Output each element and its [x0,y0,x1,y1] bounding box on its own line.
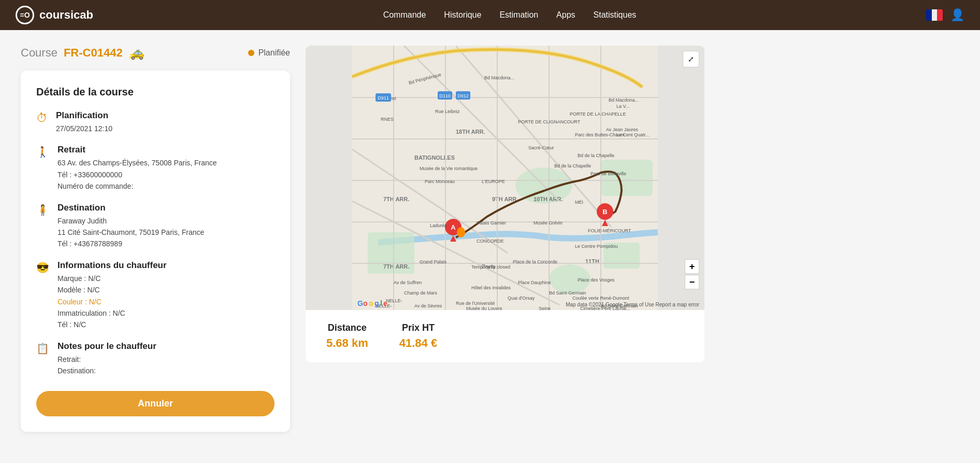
svg-text:D110: D110 [439,93,451,99]
svg-text:D911: D911 [378,95,389,101]
logo: =O coursicab [16,6,93,24]
status-label: Planifiée [258,48,290,58]
svg-text:Place de la Concorde: Place de la Concorde [513,259,557,264]
svg-text:Palais Garnier: Palais Garnier [477,220,506,226]
distance-value: 5.68 km [326,336,368,350]
svg-text:Seine: Seine [539,306,551,310]
left-panel: Course FR-C01442 🚕 Planifiée Détails de … [21,46,290,432]
svg-text:Av de Sèvres: Av de Sèvres [414,303,442,308]
nav-historique[interactable]: Historique [444,10,481,20]
destination-content: Destination Faraway Judith 11 Cité Saint… [57,203,204,250]
svg-text:e: e [383,299,387,307]
map-zoom-plus-button[interactable]: + [685,259,699,274]
svg-text:o: o [369,299,373,307]
clock-icon: ⏱ [36,111,48,134]
svg-text:18TH ARR.: 18TH ARR. [456,129,485,135]
user-menu-icon[interactable]: 👤 [950,8,964,22]
svg-text:Bd Saint-Germain: Bd Saint-Germain [549,290,586,296]
map-svg: 7TH ARR. BATIGNOLLES 18TH ARR. 9TH ARR. … [306,46,704,310]
destination-icon: 🧍 [36,204,49,250]
prix-label: Prix HT [399,322,437,333]
svg-text:Grand Palais: Grand Palais [420,259,447,264]
map-zoom-minus-button[interactable]: − [685,275,699,289]
svg-text:Rue Leibniz: Rue Leibniz [435,109,460,114]
notes-destination: Destination: [57,365,156,376]
planification-section: ⏱ Planification 27/05/2021 12:10 [36,110,275,134]
svg-text:Musée du Louvre: Musée du Louvre [466,306,502,310]
chauffeur-content: Informations du chauffeur Marque : N/C M… [57,260,167,331]
svg-text:Bd Macdona...: Bd Macdona... [484,75,514,80]
nav-commande[interactable]: Commande [383,10,426,20]
prix-value: 41.84 € [399,336,437,350]
svg-rect-6 [601,160,653,196]
svg-text:l: l [380,299,382,307]
header: =O coursicab Commande Historique Estimat… [0,0,980,30]
svg-text:Place Dauphine: Place Dauphine [518,280,551,285]
svg-text:B: B [602,208,607,216]
svg-text:Musée Grévin: Musée Grévin [534,220,563,226]
chauffeur-immatriculation: Immatriculation : N/C [57,307,167,319]
nav-statistiques[interactable]: Statistiques [594,10,637,20]
retrait-icon: 🚶 [36,146,49,192]
distance-stat: Distance 5.68 km [326,322,368,350]
flag-red [937,9,943,21]
svg-text:A: A [451,223,456,231]
svg-text:RNES: RNES [381,117,394,122]
svg-text:Le Cent Quatr...: Le Cent Quatr... [616,132,650,137]
svg-text:L'EUROPE: L'EUROPE [482,179,505,184]
svg-text:La V...: La V... [616,104,629,109]
chauffeur-title: Informations du chauffeur [57,260,167,271]
destination-address: 11 Cité Saint-Chaumont, 75019 Paris, Fra… [57,227,204,238]
svg-text:Bd Macdona...: Bd Macdona... [609,97,639,103]
svg-text:Av Jean Jaures: Av Jean Jaures [606,127,638,132]
logo-text: coursicab [39,8,93,22]
chauffeur-icon: 😎 [36,261,49,331]
svg-text:Musée de la Vie romantique: Musée de la Vie romantique [420,166,478,171]
right-panel: 7TH ARR. BATIGNOLLES 18TH ARR. 9TH ARR. … [306,46,704,432]
map-container: 7TH ARR. BATIGNOLLES 18TH ARR. 9TH ARR. … [306,46,704,310]
map-expand-button[interactable]: ⤢ [683,51,699,67]
svg-text:7TH ARR.: 7TH ARR. [383,263,409,270]
svg-text:Av de Suffren: Av de Suffren [394,280,422,285]
svg-text:Hôtel des Invalides: Hôtel des Invalides [471,285,511,290]
status-badge: Planifiée [248,48,290,58]
svg-text:Sacré-Cœur: Sacré-Cœur [528,145,554,150]
svg-text:Parc de Belleville: Parc de Belleville [590,171,626,176]
nav-estimation[interactable]: Estimation [499,10,538,20]
map-attribution: Map data ©2021 Google Terms of Use Repor… [566,302,699,307]
annuler-button[interactable]: Annuler [36,391,275,416]
svg-text:o: o [363,299,368,307]
destination-section: 🧍 Destination Faraway Judith 11 Cité Sai… [36,203,275,250]
notes-section: 📋 Notes pour le chauffeur Retrait: Desti… [36,341,275,377]
svg-text:Rue de l'Université: Rue de l'Université [456,301,495,306]
course-title: Course FR-C01442 🚕 [21,46,145,60]
taxi-icon: 🚕 [129,46,145,60]
svg-text:g: g [374,299,379,307]
svg-text:G: G [357,299,363,307]
course-id: FR-C01442 [64,46,123,60]
svg-text:Place des Vosges: Place des Vosges [578,277,615,283]
destination-title: Destination [57,203,204,213]
notes-title: Notes pour le chauffeur [57,341,156,352]
svg-text:Bd de la Chapelle: Bd de la Chapelle [578,153,614,158]
retrait-commande: Numéro de commande: [57,180,217,192]
chauffeur-tel: Tél : N/C [57,319,167,330]
retrait-address: 63 Av. des Champs-Élysées, 75008 Paris, … [57,157,217,169]
language-flag[interactable] [926,9,943,21]
chauffeur-modele: Modèle : N/C [57,284,167,296]
svg-text:Temporarily closed: Temporarily closed [471,264,510,270]
svg-text:Bd de la Chapelle: Bd de la Chapelle [554,163,591,169]
header-right: 👤 [926,8,964,22]
retrait-content: Retrait 63 Av. des Champs-Élysées, 75008… [57,145,217,192]
notes-icon: 📋 [36,342,49,377]
svg-text:PORTE DE CLIGNANCOURT: PORTE DE CLIGNANCOURT [518,119,581,124]
main-nav: Commande Historique Estimation Apps Stat… [383,10,637,20]
svg-text:Parc Monceau: Parc Monceau [425,179,455,184]
destination-tel: Tél : +43678788989 [57,238,204,249]
svg-text:CONCORDE: CONCORDE [477,238,504,244]
retrait-tel: Tél : +33600000000 [57,169,217,180]
retrait-section: 🚶 Retrait 63 Av. des Champs-Élysées, 750… [36,145,275,192]
svg-text:NELLE-: NELLE- [386,298,402,303]
prix-stat: Prix HT 41.84 € [399,322,437,350]
nav-apps[interactable]: Apps [556,10,575,20]
